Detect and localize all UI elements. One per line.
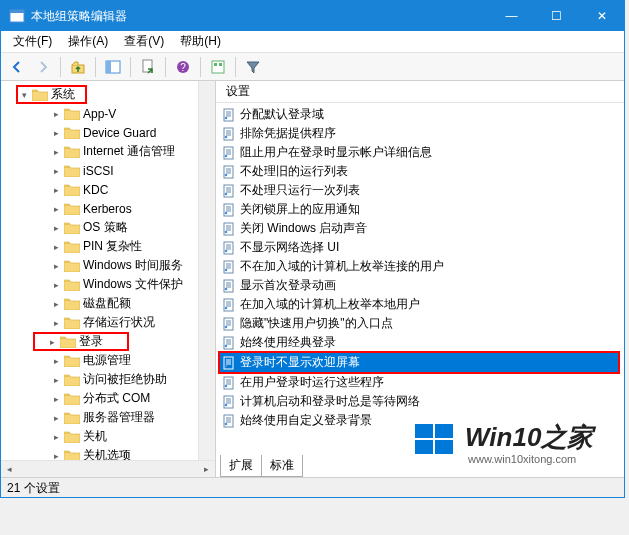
tree-item-label: 存储运行状况: [83, 314, 155, 331]
svg-point-40: [225, 211, 228, 214]
setting-item[interactable]: 始终使用自定义登录背景: [216, 411, 624, 430]
folder-icon: [64, 183, 80, 196]
setting-item[interactable]: 在加入域的计算机上枚举本地用户: [216, 295, 624, 314]
setting-item[interactable]: 显示首次登录动画: [216, 276, 624, 295]
tree-item[interactable]: ▸Windows 时间服务: [1, 256, 198, 275]
tree-item[interactable]: ▸Device Guard: [1, 123, 198, 142]
tree[interactable]: ▾ 系统 ▸App-V▸Device Guard▸Internet 通信管理▸i…: [1, 81, 198, 460]
chevron-right-icon[interactable]: ▸: [51, 166, 61, 176]
setting-item[interactable]: 不处理旧的运行列表: [216, 162, 624, 181]
menu-view[interactable]: 查看(V): [116, 31, 172, 52]
menu-file[interactable]: 文件(F): [5, 31, 60, 52]
tree-item[interactable]: ▸存储运行状况: [1, 313, 198, 332]
tab-extended[interactable]: 扩展: [220, 455, 262, 477]
tree-item[interactable]: ▸PIN 复杂性: [1, 237, 198, 256]
scroll-left-button[interactable]: ◂: [1, 461, 18, 478]
back-button[interactable]: [5, 55, 29, 79]
scroll-right-button[interactable]: ▸: [198, 461, 215, 478]
forward-button[interactable]: [31, 55, 55, 79]
tree-item[interactable]: ▸Windows 文件保护: [1, 275, 198, 294]
setting-item[interactable]: 阻止用户在登录时显示帐户详细信息: [216, 143, 624, 162]
chevron-right-icon[interactable]: ▸: [51, 128, 61, 138]
setting-item[interactable]: 分配默认登录域: [216, 105, 624, 124]
show-hide-tree-button[interactable]: [101, 55, 125, 79]
chevron-right-icon[interactable]: ▸: [51, 375, 61, 385]
chevron-right-icon[interactable]: ▸: [51, 451, 61, 461]
tree-item[interactable]: ▸Kerberos: [1, 199, 198, 218]
tree-item[interactable]: ▸登录: [1, 332, 198, 351]
setting-item[interactable]: 在用户登录时运行这些程序: [216, 373, 624, 392]
tree-horizontal-scrollbar[interactable]: ◂ ▸: [1, 460, 215, 477]
setting-item[interactable]: 关闭 Windows 启动声音: [216, 219, 624, 238]
menu-help[interactable]: 帮助(H): [172, 31, 229, 52]
setting-item[interactable]: 登录时不显示欢迎屏幕: [220, 353, 618, 372]
maximize-button[interactable]: ☐: [534, 1, 579, 31]
setting-item[interactable]: 不在加入域的计算机上枚举连接的用户: [216, 257, 624, 276]
setting-label: 关闭 Windows 启动声音: [240, 220, 367, 237]
setting-item[interactable]: 不显示网络选择 UI: [216, 238, 624, 257]
chevron-right-icon[interactable]: ▸: [51, 280, 61, 290]
chevron-right-icon[interactable]: ▸: [51, 261, 61, 271]
tree-item[interactable]: ▸访问被拒绝协助: [1, 370, 198, 389]
chevron-right-icon[interactable]: ▸: [51, 432, 61, 442]
setting-label: 在加入域的计算机上枚举本地用户: [240, 296, 420, 313]
tree-item[interactable]: ▸Internet 通信管理: [1, 142, 198, 161]
prop-button[interactable]: [206, 55, 230, 79]
chevron-right-icon[interactable]: ▸: [51, 223, 61, 233]
folder-icon: [64, 240, 80, 253]
tree-item[interactable]: ▸App-V: [1, 104, 198, 123]
close-button[interactable]: ✕: [579, 1, 624, 31]
svg-point-30: [225, 173, 228, 176]
chevron-right-icon[interactable]: ▸: [51, 413, 61, 423]
setting-item[interactable]: 始终使用经典登录: [216, 333, 624, 352]
chevron-right-icon[interactable]: ▸: [51, 109, 61, 119]
tree-item[interactable]: ▸分布式 COM: [1, 389, 198, 408]
minimize-button[interactable]: —: [489, 1, 534, 31]
chevron-right-icon[interactable]: ▸: [51, 242, 61, 252]
settings-list[interactable]: 分配默认登录域排除凭据提供程序阻止用户在登录时显示帐户详细信息不处理旧的运行列表…: [216, 103, 624, 455]
chevron-right-icon[interactable]: ▸: [51, 147, 61, 157]
svg-rect-4: [106, 61, 111, 73]
help-button[interactable]: ?: [171, 55, 195, 79]
chevron-right-icon[interactable]: ▸: [51, 318, 61, 328]
chevron-right-icon[interactable]: ▸: [51, 185, 61, 195]
svg-rect-61: [224, 299, 233, 311]
setting-item[interactable]: 隐藏"快速用户切换"的入口点: [216, 314, 624, 333]
chevron-right-icon[interactable]: ▸: [51, 299, 61, 309]
tree-item[interactable]: ▸服务器管理器: [1, 408, 198, 427]
setting-label: 始终使用自定义登录背景: [240, 412, 372, 429]
chevron-down-icon[interactable]: ▾: [19, 90, 29, 100]
folder-icon: [64, 259, 80, 272]
tree-item[interactable]: ▸OS 策略: [1, 218, 198, 237]
chevron-right-icon[interactable]: ▸: [51, 204, 61, 214]
setting-label: 不在加入域的计算机上枚举连接的用户: [240, 258, 444, 275]
setting-item[interactable]: 不处理只运行一次列表: [216, 181, 624, 200]
tree-item[interactable]: ▸iSCSI: [1, 161, 198, 180]
svg-rect-16: [224, 128, 233, 140]
setting-item[interactable]: 计算机启动和登录时总是等待网络: [216, 392, 624, 411]
menu-action[interactable]: 操作(A): [60, 31, 116, 52]
tree-item[interactable]: ▸关机选项: [1, 446, 198, 460]
svg-rect-10: [219, 63, 222, 66]
column-header-setting[interactable]: 设置: [216, 81, 624, 103]
tree-item[interactable]: ▸关机: [1, 427, 198, 446]
toolbar-sep-5: [200, 57, 201, 77]
tab-standard[interactable]: 标准: [261, 455, 303, 477]
tree-vertical-scrollbar[interactable]: [198, 81, 215, 460]
export-button[interactable]: [136, 55, 160, 79]
bottom-tabs: 扩展 标准: [216, 455, 624, 477]
up-button[interactable]: [66, 55, 90, 79]
chevron-right-icon[interactable]: ▸: [51, 356, 61, 366]
setting-item[interactable]: 排除凭据提供程序: [216, 124, 624, 143]
tree-item[interactable]: ▸磁盘配额: [1, 294, 198, 313]
filter-button[interactable]: [241, 55, 265, 79]
chevron-right-icon[interactable]: ▸: [47, 337, 57, 347]
titlebar[interactable]: 本地组策略编辑器 — ☐ ✕: [1, 1, 624, 31]
tree-item-label: iSCSI: [83, 164, 114, 178]
tree-item[interactable]: ▸KDC: [1, 180, 198, 199]
setting-item[interactable]: 关闭锁屏上的应用通知: [216, 200, 624, 219]
chevron-right-icon[interactable]: ▸: [51, 394, 61, 404]
folder-icon: [64, 354, 80, 367]
tree-item[interactable]: ▸电源管理: [1, 351, 198, 370]
tree-root-node[interactable]: ▾ 系统: [1, 85, 198, 104]
